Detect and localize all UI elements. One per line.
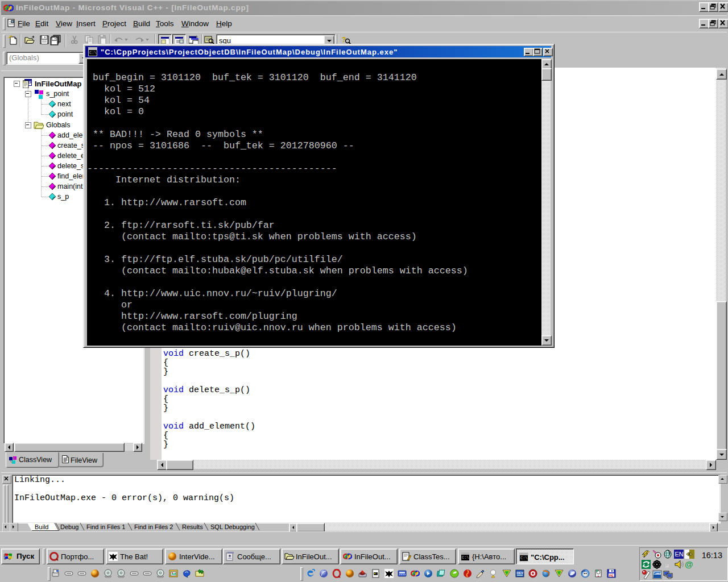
svg-text:C:\: C:\	[462, 555, 469, 560]
svg-text:EN: EN	[675, 551, 684, 558]
svg-text:a: a	[664, 560, 668, 568]
svg-text:?: ?	[342, 36, 346, 44]
svg-text:C:\: C:\	[89, 51, 97, 55]
svg-text:DEV: DEV	[517, 571, 524, 575]
svg-text:PE: PE	[609, 574, 614, 577]
svg-text:C:\: C:\	[520, 556, 528, 560]
svg-text:@: @	[685, 560, 693, 569]
